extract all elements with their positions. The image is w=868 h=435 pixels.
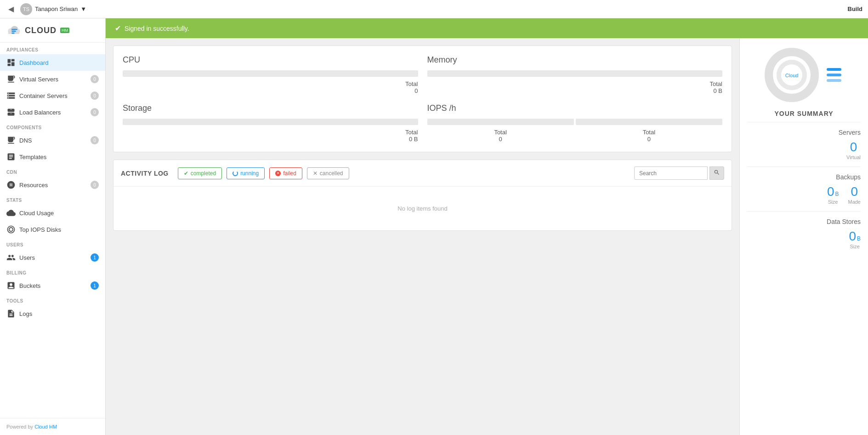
top-iops-disks-icon <box>6 225 16 234</box>
cloud-logo-icon <box>6 23 21 38</box>
sidebar-item-logs-label: Logs <box>19 310 99 317</box>
success-icon: ✔ <box>115 24 121 33</box>
donut-label: Cloud <box>785 73 798 78</box>
build-button[interactable]: Build <box>848 6 863 12</box>
backup-size-label: Size <box>827 199 839 205</box>
iops-bar1 <box>427 119 574 125</box>
sidebar-item-logs[interactable]: Logs <box>0 305 105 322</box>
memory-title: Memory <box>427 55 723 65</box>
sidebar-item-buckets-label: Buckets <box>19 282 91 289</box>
sidebar-section-appliances: APPLIANCES Dashboard Virtual Servers 0 C… <box>0 43 105 120</box>
section-label-billing: BILLING <box>0 266 105 277</box>
backup-size-value: 0 <box>827 184 834 199</box>
sidebar-item-top-iops-disks-label: Top IOPS Disks <box>19 226 99 233</box>
user-profile[interactable]: TS Tanapon Sriwan ▼ <box>20 3 86 15</box>
summary-virtual-count: 0 Virtual <box>846 140 861 160</box>
cpu-total: Total 0 <box>123 80 418 94</box>
main-content: ✔ Signed in successfully. CPU <box>106 18 868 435</box>
sidebar-item-container-servers-label: Container Servers <box>19 92 91 99</box>
sidebar-item-users-label: Users <box>19 254 91 261</box>
cloud-hm-link[interactable]: Cloud HM <box>34 424 57 429</box>
sidebar-item-top-iops-disks[interactable]: Top IOPS Disks <box>0 221 105 238</box>
virtual-count-value: 0 <box>846 140 861 155</box>
sidebar-item-resources-label: Resources <box>19 182 91 189</box>
memory-total-value: 0 B <box>427 87 723 94</box>
summary-backups-title: Backups <box>747 173 861 181</box>
username-label: Tanapon Sriwan <box>35 6 78 12</box>
legend-bar-1 <box>827 68 841 71</box>
memory-metric: Memory Total 0 B <box>427 55 723 94</box>
logo-text: CLOUD <box>25 26 57 35</box>
sidebar-logo: CLOUD HM <box>0 18 105 43</box>
filter-failed-button[interactable]: ✕ failed <box>269 167 302 179</box>
sidebar-powered-by: Powered by Cloud HM <box>0 418 105 435</box>
metrics-grid: CPU Total 0 Memory <box>123 55 722 143</box>
sidebar-section-billing: BILLING Buckets 1 <box>0 266 105 294</box>
storage-title: Storage <box>123 103 418 113</box>
activity-log-title: ACTIVITY LOG <box>121 170 169 177</box>
cancelled-icon: ✕ <box>313 170 318 177</box>
filter-completed-label: completed <box>191 170 216 177</box>
cpu-metric: CPU Total 0 <box>123 55 418 94</box>
dns-count: 0 <box>91 136 99 144</box>
sidebar-item-cloud-usage[interactable]: Cloud Usage <box>0 205 105 221</box>
memory-bar-bg <box>427 70 723 77</box>
search-button[interactable] <box>709 166 724 180</box>
sidebar-item-cloud-usage-label: Cloud Usage <box>19 210 99 217</box>
cpu-title: CPU <box>123 55 418 65</box>
section-label-tools: TOOLS <box>0 294 105 305</box>
sidebar-item-dashboard-label: Dashboard <box>19 59 99 66</box>
cloud-usage-icon <box>6 208 16 218</box>
metrics-card: CPU Total 0 Memory <box>113 46 732 152</box>
sidebar-item-virtual-servers[interactable]: Virtual Servers 0 <box>0 71 105 87</box>
sidebar-item-dns-label: DNS <box>19 137 91 144</box>
sidebar-item-templates[interactable]: Templates <box>0 149 105 165</box>
dns-icon <box>6 136 16 145</box>
memory-total: Total 0 B <box>427 80 723 94</box>
search-input[interactable] <box>634 166 708 180</box>
filter-cancelled-button[interactable]: ✕ cancelled <box>307 167 349 179</box>
svg-rect-6 <box>11 33 14 34</box>
legend-bar-3 <box>827 79 841 82</box>
main-layout: CLOUD HM APPLIANCES Dashboard Virtual Se… <box>0 18 868 435</box>
collapse-sidebar-button[interactable]: ◀ <box>6 4 17 14</box>
filter-completed-button[interactable]: ✔ completed <box>178 167 222 179</box>
section-label-stats: STATS <box>0 193 105 205</box>
users-count: 1 <box>91 253 99 262</box>
activity-log-section: ACTIVITY LOG ✔ completed running ✕ faile… <box>113 160 732 231</box>
sidebar-section-tools: TOOLS Logs <box>0 294 105 322</box>
summary-backup-made: 0 Made <box>848 184 861 205</box>
sidebar-item-resources[interactable]: Resources 0 <box>0 177 105 193</box>
storage-total-label: Total <box>123 129 418 136</box>
avatar: TS <box>20 3 32 15</box>
sidebar-section-users: USERS Users 1 <box>0 238 105 266</box>
dashboard-area: CPU Total 0 Memory <box>106 38 868 435</box>
storage-total: Total 0 B <box>123 129 418 143</box>
cpu-total-label: Total <box>123 80 418 87</box>
data-store-size-label: Size <box>849 244 861 249</box>
sidebar-item-dashboard[interactable]: Dashboard <box>0 54 105 71</box>
legend-item-3 <box>827 79 844 82</box>
search-icon <box>714 169 720 176</box>
section-label-users: USERS <box>0 238 105 249</box>
legend-bar-2 <box>827 74 841 76</box>
section-label-components: COMPONENTS <box>0 120 105 132</box>
backup-made-value: 0 <box>848 184 861 199</box>
summary-data-stores-title: Data Stores <box>747 218 861 225</box>
templates-icon <box>6 152 16 161</box>
iops-bars <box>427 119 723 125</box>
load-balancers-count: 0 <box>91 108 99 116</box>
donut-chart: Cloud <box>764 47 819 103</box>
filter-running-button[interactable]: running <box>227 167 265 179</box>
summary-data-store-size: 0 B Size <box>849 229 861 249</box>
sidebar-item-users[interactable]: Users 1 <box>0 249 105 266</box>
logs-icon <box>6 309 16 318</box>
sidebar-section-stats: STATS Cloud Usage Top IOPS Disks <box>0 193 105 238</box>
iops-total-1: Total 0 <box>427 129 574 143</box>
cpu-bar-bg <box>123 70 418 77</box>
sidebar-item-load-balancers[interactable]: Load Balancers 0 <box>0 104 105 120</box>
sidebar-item-container-servers[interactable]: Container Servers 0 <box>0 87 105 104</box>
sidebar-item-buckets[interactable]: Buckets 1 <box>0 277 105 294</box>
sidebar-item-dns[interactable]: DNS 0 <box>0 132 105 149</box>
buckets-icon <box>6 281 16 290</box>
